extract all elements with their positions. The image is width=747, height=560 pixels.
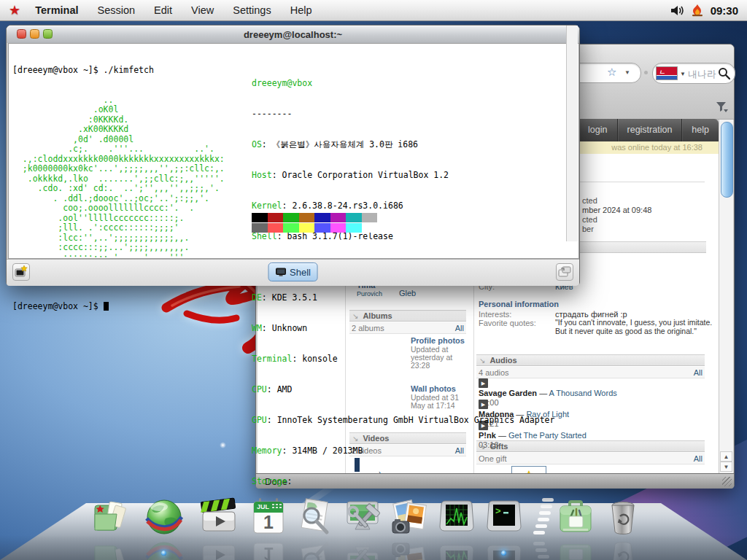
filter-funnel-icon[interactable] <box>716 101 729 113</box>
page-scrollbar[interactable]: ▲ ▼ <box>719 120 733 473</box>
close-button[interactable] <box>17 29 26 39</box>
running-indicator-terminal <box>501 551 506 556</box>
bookmark-star-icon[interactable]: ☆ <box>607 66 616 79</box>
nav-login[interactable]: login <box>578 119 616 141</box>
fetch-separator: -------- <box>252 109 554 119</box>
scrollbar-thumb[interactable] <box>721 122 733 198</box>
desktop: JUL 1 JUL 1 <box>0 0 747 560</box>
terminal-window: dreeeym@localhost:~ [dreeeym@vbox ~]$ ./… <box>6 25 580 286</box>
clipped-profile-value: mber 2024 at 09:48 <box>582 206 651 214</box>
minimize-button[interactable] <box>30 29 39 39</box>
terminal-color-palette-row1 <box>252 213 377 222</box>
clipped-profile-value: cted <box>582 215 597 224</box>
window-title: dreeeym@localhost:~ <box>244 29 342 40</box>
resize-grip[interactable] <box>722 477 732 486</box>
gifts-all-link[interactable]: All <box>694 454 703 463</box>
dock-icon-stationery[interactable] <box>555 497 596 537</box>
menu-help[interactable]: Help <box>281 0 322 20</box>
quote-value: "If you can't innovate, I guess, you jus… <box>555 319 713 335</box>
ascii-art: .. .oK0l :0KKKKd. .xK00KKKKd ,0d' .d0000… <box>12 96 225 273</box>
address-dropdown-icon[interactable]: ▼ <box>624 69 630 76</box>
dock-icon-naenara-browser[interactable] <box>144 497 185 537</box>
search-input[interactable]: ㄴ ▼ 내나라 <box>652 63 735 84</box>
terminal-color-palette-row2 <box>252 223 377 233</box>
terminal-prompt-line: [dreeeym@vbox ~]$ ./kimfetch <box>12 66 225 76</box>
terminal-scrollbar[interactable] <box>566 26 578 241</box>
naenara-search-engine-icon[interactable]: ㄴ <box>656 66 678 80</box>
search-icon[interactable] <box>718 67 730 79</box>
toolbar-separator-dot <box>644 71 648 74</box>
detach-session-button[interactable] <box>556 263 573 281</box>
search-engine-dropdown-icon[interactable]: ▼ <box>680 71 686 77</box>
flame-icon[interactable] <box>692 4 703 17</box>
scroll-down-button[interactable]: ▼ <box>720 462 732 472</box>
tab-shell[interactable]: Shell <box>268 262 318 281</box>
dock-icon-trash[interactable] <box>603 497 643 537</box>
running-indicator-browser <box>161 551 166 556</box>
dock-icon-documents-folder[interactable] <box>90 497 131 537</box>
red-star-menu-icon[interactable]: ★ <box>9 2 20 18</box>
terminal-cursor <box>104 302 109 311</box>
nav-help[interactable]: help <box>681 119 719 141</box>
terminal-prompt: [dreeeym@vbox ~]$ <box>12 302 225 312</box>
clipped-profile-value: cted <box>582 196 597 205</box>
menu-view[interactable]: View <box>182 0 223 20</box>
fetch-user-host: dreeeym@vbox <box>252 78 554 88</box>
search-placeholder: 내나라 <box>688 68 716 81</box>
menu-bar: ★ Terminal Session Edit View Settings He… <box>0 0 747 21</box>
clipped-profile-value: ber <box>582 225 594 233</box>
terminal-title-bar[interactable]: dreeeym@localhost:~ <box>7 26 579 43</box>
maximize-button[interactable] <box>43 29 53 39</box>
svg-text:>: > <box>495 505 501 516</box>
wallpaper-glow <box>220 442 226 448</box>
audios-all-link[interactable]: All <box>694 368 703 377</box>
menu-terminal[interactable]: Terminal <box>28 0 88 20</box>
audio-title-link[interactable]: A Thousand Words <box>549 389 617 397</box>
dock-icon-media-player[interactable] <box>198 497 239 537</box>
menu-settings[interactable]: Settings <box>223 0 280 20</box>
shell-monitor-icon <box>275 268 286 276</box>
shell-tab-label: Shell <box>290 267 311 278</box>
menu-session[interactable]: Session <box>88 0 145 20</box>
calendar-day: 1 <box>263 512 274 532</box>
system-tray: 09:30 <box>670 4 747 17</box>
clock[interactable]: 09:30 <box>711 4 738 17</box>
terminal-content: [dreeeym@vbox ~]$ ./kimfetch .. .oK0l :0… <box>8 43 579 259</box>
dock-shelf-shadow <box>0 535 747 560</box>
menu-edit[interactable]: Edit <box>144 0 182 20</box>
terminal-tab-bar: Shell <box>7 259 579 286</box>
new-session-button[interactable] <box>12 263 30 281</box>
scroll-up-button[interactable]: ▲ <box>720 451 732 462</box>
speaker-icon[interactable] <box>670 4 684 17</box>
nav-registration[interactable]: registration <box>617 119 682 141</box>
